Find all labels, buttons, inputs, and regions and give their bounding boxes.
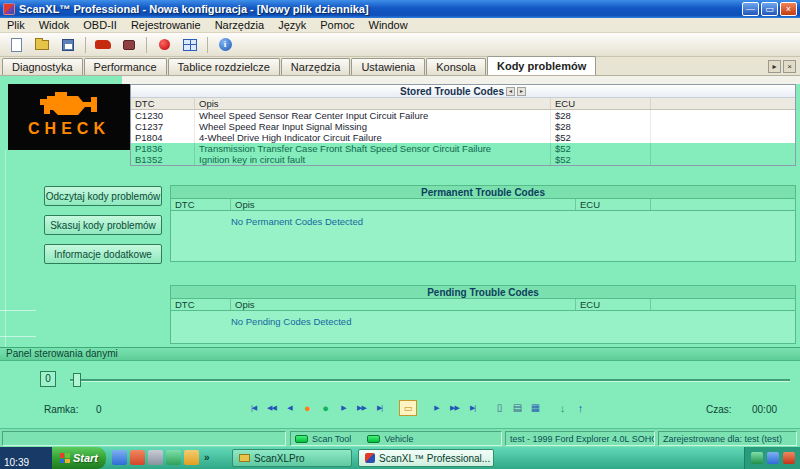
dashboards-button[interactable] <box>178 35 202 55</box>
dashboard-grid-icon <box>183 39 197 51</box>
tab-konsola[interactable]: Konsola <box>426 58 486 75</box>
playback-controls: |◀ ◀◀ ◀ ● ● ▶ ▶▶ ▶| ▭ ▶ ▶▶ ▶| ▯ ▤ ▦ ↓ ↑ <box>246 400 588 416</box>
open-log-button[interactable]: ▤ <box>510 400 525 416</box>
quick-launch-more-icon[interactable]: » <box>204 452 210 463</box>
cell-dtc: B1352 <box>131 154 195 165</box>
fast-forward-button[interactable]: ▶▶ <box>447 400 462 416</box>
cell-blank <box>651 154 795 165</box>
import-button[interactable]: ↑ <box>573 400 588 416</box>
menu-widok[interactable]: Widok <box>32 19 77 31</box>
menu-narzedzia[interactable]: Narzędzia <box>208 19 272 31</box>
table-row[interactable]: P1804 4-Wheel Drive High Indicator Circu… <box>131 132 795 143</box>
menu-jezyk[interactable]: Język <box>271 19 313 31</box>
browse-folder-button[interactable]: ▭ <box>399 400 417 416</box>
record-session-button[interactable] <box>152 35 176 55</box>
col-header-ecu[interactable]: ECU <box>576 299 651 310</box>
col-header-opis[interactable]: Opis <box>231 199 576 210</box>
playback-slider-track[interactable] <box>70 379 790 382</box>
table-row[interactable]: C1237 Wheel Speed Rear Input Signal Miss… <box>131 121 795 132</box>
trouble-codes-page: CHECK Stored Trouble Codes ◂ ▸ DTC Opis … <box>0 76 800 447</box>
rewind-button[interactable]: ◀◀ <box>264 400 279 416</box>
taskbar-button-scanxl-app[interactable]: ScanXL™ Professional... <box>358 449 494 467</box>
check-engine-icon <box>33 87 105 119</box>
menu-pomoc[interactable]: Pomoc <box>313 19 361 31</box>
vehicle-label: Vehicle <box>384 434 413 444</box>
col-header-ecu[interactable]: ECU <box>576 199 651 210</box>
tab-scroll-icon[interactable]: ▸ <box>768 60 781 73</box>
additional-info-button[interactable]: Informacje dodatkowe <box>44 244 162 264</box>
cell-ecu: $28 <box>551 110 651 121</box>
tab-performance[interactable]: Performance <box>84 58 167 75</box>
live-button[interactable]: ● <box>318 400 333 416</box>
col-header-dtc[interactable]: DTC <box>171 299 231 310</box>
tab-kody-problemow[interactable]: Kody problemów <box>487 56 596 75</box>
minimize-button[interactable]: — <box>742 2 759 16</box>
table-row[interactable]: P1836 Transmission Transfer Case Front S… <box>131 143 795 154</box>
start-button[interactable]: Start <box>52 447 106 469</box>
scanxl-window: ScanXL™ Professional - Nowa konfiguracja… <box>0 0 800 469</box>
close-button[interactable]: × <box>780 2 797 16</box>
slider-value-box: 0 <box>40 371 56 387</box>
tray-icon[interactable] <box>751 452 763 464</box>
tab-narzedzia[interactable]: Narzędzia <box>281 58 351 75</box>
tab-diagnostyka[interactable]: Diagnostyka <box>2 58 83 75</box>
quick-launch-icon[interactable] <box>148 450 163 465</box>
menu-rejestrowanie[interactable]: Rejestrowanie <box>124 19 208 31</box>
quick-launch-icon[interactable] <box>130 450 145 465</box>
play-button[interactable]: ▶ <box>429 400 444 416</box>
menu-plik[interactable]: Plik <box>0 19 32 31</box>
clear-codes-button[interactable]: Skasuj kody problemów <box>44 215 162 235</box>
export-button[interactable]: ↓ <box>555 400 570 416</box>
taskbar-button-scanxlpro-folder[interactable]: ScanXLPro <box>232 449 352 467</box>
new-log-button[interactable]: ▯ <box>492 400 507 416</box>
tab-close-icon[interactable]: × <box>783 60 796 73</box>
title-bar: ScanXL™ Professional - Nowa konfiguracja… <box>0 0 800 18</box>
record-button[interactable]: ● <box>300 400 315 416</box>
menu-window[interactable]: Window <box>362 19 415 31</box>
col-header-dtc[interactable]: DTC <box>131 98 195 109</box>
save-icon <box>62 39 74 51</box>
quick-launch-icon[interactable] <box>112 450 127 465</box>
col-header-blank <box>651 199 795 210</box>
quick-launch: » <box>112 450 210 465</box>
start-label: Start <box>73 452 98 464</box>
tab-tablice-rozdzielcze[interactable]: Tablice rozdzielcze <box>168 58 280 75</box>
col-header-opis[interactable]: Opis <box>231 299 576 310</box>
scan-tool-button[interactable] <box>117 35 141 55</box>
go-end-button[interactable]: ▶| <box>465 400 480 416</box>
status-registered: Zarejestrowane dla: test (test) <box>658 431 797 446</box>
step-forward-button[interactable]: ▶ <box>336 400 351 416</box>
tray-icon[interactable] <box>767 452 779 464</box>
clock-overlay: 10:39 <box>0 447 52 469</box>
restore-button[interactable]: ▭ <box>761 2 778 16</box>
save-log-button[interactable]: ▦ <box>528 400 543 416</box>
info-button[interactable] <box>213 35 237 55</box>
col-header-dtc[interactable]: DTC <box>171 199 231 210</box>
tab-ustawienia[interactable]: Ustawienia <box>351 58 425 75</box>
save-file-button[interactable] <box>56 35 80 55</box>
col-header-opis[interactable]: Opis <box>195 98 551 109</box>
col-header-ecu[interactable]: ECU <box>551 98 651 109</box>
menu-bar: Plik Widok OBD-II Rejestrowanie Narzędzi… <box>0 18 800 33</box>
open-file-button[interactable] <box>30 35 54 55</box>
read-codes-button[interactable]: Odczytaj kody problemów <box>44 186 162 206</box>
tray-icon[interactable] <box>783 452 795 464</box>
step-back-button[interactable]: ◀ <box>282 400 297 416</box>
table-row[interactable]: C1230 Wheel Speed Sensor Rear Center Inp… <box>131 110 795 121</box>
skip-end-button[interactable]: ▶| <box>372 400 387 416</box>
playback-slider-thumb[interactable] <box>73 373 81 387</box>
skip-start-button[interactable]: |◀ <box>246 400 261 416</box>
scroll-left-icon[interactable]: ◂ <box>506 87 515 96</box>
menu-obd2[interactable]: OBD-II <box>76 19 124 31</box>
table-row[interactable]: B1352 Ignition key in circuit fault $52 <box>131 154 795 165</box>
forward-button[interactable]: ▶▶ <box>354 400 369 416</box>
cell-blank <box>651 110 795 121</box>
new-file-button[interactable] <box>4 35 28 55</box>
scan-tool-label: Scan Tool <box>312 434 351 444</box>
connect-vehicle-button[interactable] <box>91 35 115 55</box>
scroll-right-icon[interactable]: ▸ <box>517 87 526 96</box>
stored-codes-table: Stored Trouble Codes ◂ ▸ DTC Opis ECU C1… <box>130 84 796 166</box>
quick-launch-icon[interactable] <box>166 450 181 465</box>
quick-launch-icon[interactable] <box>184 450 199 465</box>
no-permanent-codes-text: No Permanent Codes Detected <box>171 211 795 227</box>
